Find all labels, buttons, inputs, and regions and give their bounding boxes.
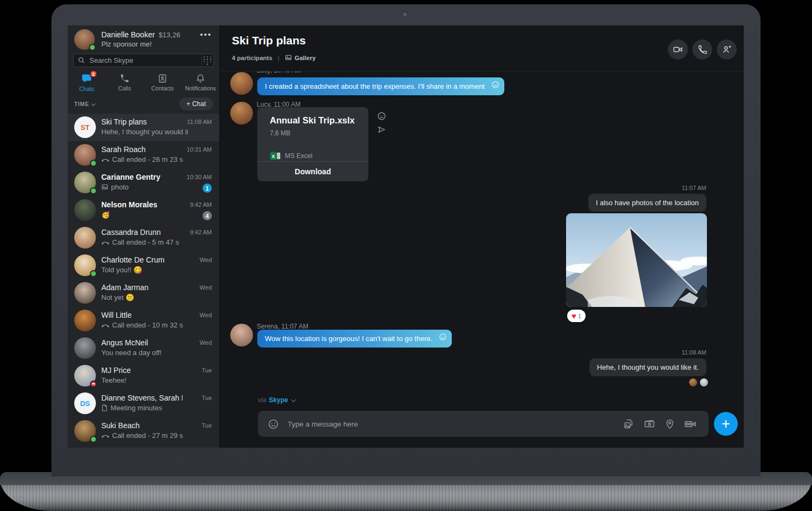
tab-notifications[interactable]: Notifications [181,71,219,94]
gallery-button[interactable]: Gallery [285,54,316,61]
tab-label: Chats [79,86,94,92]
message-input[interactable] [279,420,623,428]
message-composer [258,411,709,437]
presence-indicator-online [89,44,96,51]
chat-list-item[interactable]: Adam Jarman Wed Not yet 😕 [68,279,219,307]
message-bubble-incoming[interactable]: Wow this location is gorgeous! I can't w… [257,330,452,348]
forward-icon[interactable] [377,125,386,134]
call-icon [101,323,109,328]
react-smiley-icon[interactable] [377,112,386,121]
sort-label: TIME [74,101,89,107]
search-icon [78,57,85,64]
location-icon[interactable] [665,419,675,429]
via-network-row: via Skype [258,396,295,404]
chat-list-item[interactable]: Sarah Roach 10:31 AM Call ended - 26 m 2… [68,141,219,169]
conversation-subheader: 4 participants | Gallery [232,54,316,61]
search-bar[interactable] [73,54,214,67]
chat-time: Wed [200,284,212,291]
network-selector[interactable]: Skype [269,396,288,404]
presence-indicator [90,270,97,277]
chat-avatar [74,199,96,221]
chat-list-item[interactable]: Nelson Morales 9:42 AM 🥳 4 [68,196,219,224]
send-money-icon[interactable] [644,418,655,430]
chat-avatar: ST [74,116,96,138]
chat-list-item[interactable]: DS Dianne Stevens, Sarah Roach Tue Meeti… [68,390,219,417]
chat-preview: photo [101,183,129,191]
conversation-header: Ski Trip plans 4 participants | Gallery [220,25,744,71]
emoji-picker-icon[interactable] [268,418,279,430]
chat-list-item[interactable]: Will Little Wed Call ended - 10 m 32 s [68,307,219,335]
chat-avatar [74,420,96,442]
sender-avatar-serena[interactable] [230,324,253,346]
chat-avatar [74,254,96,276]
video-message-icon[interactable] [684,418,697,430]
chat-time: 10:31 AM [187,146,212,153]
dialpad-icon[interactable] [202,54,213,67]
chat-name: Nelson Morales [101,200,157,209]
chat-list-item[interactable]: Cassandra Drunn 9:42 AM Call ended - 5 m… [68,224,219,252]
header-actions [668,40,737,60]
add-participant-button[interactable] [717,40,737,60]
chat-list-item[interactable]: Charlotte De Crum Wed Told you!! 😋 [68,252,219,279]
sort-by-time-button[interactable]: TIME [74,101,94,107]
chat-time: 11:08 AM [187,119,212,125]
chat-preview: You need a day off! [101,349,161,357]
video-call-button[interactable] [668,40,688,60]
chat-name: Will Little [101,311,132,319]
chat-name: Cassandra Drunn [101,228,161,237]
file-app-label: MS Excel [285,152,313,160]
sender-avatar-lucy[interactable] [230,72,253,95]
tab-chats[interactable]: 2 Chats [68,71,106,94]
attach-file-icon[interactable] [623,418,634,430]
download-button[interactable]: Download [257,161,368,181]
timestamp: 11:07 AM [681,185,706,191]
more-options-icon[interactable]: ••• [200,30,212,39]
tab-label: Contacts [151,85,173,91]
webcam-dot [402,11,407,16]
chat-list-item[interactable]: MJ Price Tue Teehee! [68,362,219,390]
chat-time: Wed [200,339,212,346]
chat-preview: Call ended - 26 m 23 s [101,155,183,163]
user-avatar[interactable] [74,29,95,50]
call-icon [101,240,109,245]
conversation-title[interactable]: Ski Trip plans [232,34,306,47]
chat-preview-text: photo [111,183,129,191]
call-icon [101,157,109,162]
chat-list-item[interactable]: Angus McNeil Wed You need a day off! [68,335,219,362]
message-bubble-outgoing[interactable]: Hehe, I thought you would like it. [589,358,706,376]
chat-name: Dianne Stevens, Sarah Roach [101,394,183,402]
chat-list-item[interactable]: Carianne Gentry 10:30 AM photo 1 [68,169,219,196]
chevron-down-icon[interactable] [291,397,296,402]
chat-time: Tue [202,422,212,429]
new-chat-button[interactable]: + Chat [179,97,213,110]
chat-name: Charlotte De Crum [101,255,165,264]
chat-list-item[interactable]: ST Ski Trip plans 11:08 AM Hehe, I thoug… [68,114,219,141]
message-text: I created a spreadsheet about the trip e… [265,82,485,90]
react-smiley-icon[interactable] [491,81,499,89]
shared-photo-mountain[interactable] [566,213,707,307]
audio-call-button[interactable] [692,40,712,60]
user-name[interactable]: Danielle Booker$13,26 [101,30,180,39]
search-input[interactable] [85,56,202,64]
message-text: Wow this location is gorgeous! I can't w… [265,335,432,343]
new-action-plus-button[interactable]: + [714,412,738,436]
chat-preview-text: Meeting minutes [111,404,162,412]
chat-name: Adam Jarman [101,283,148,292]
message-bubble-incoming[interactable]: I created a spreadsheet about the trip e… [257,77,504,95]
tab-contacts[interactable]: Contacts [144,71,181,94]
chat-preview: Not yet 😕 [101,293,134,302]
chat-name: Suki Beach [101,421,140,430]
participants-count[interactable]: 4 participants [232,55,272,61]
chat-avatar [74,365,96,386]
chat-time: 9:42 AM [190,229,212,235]
message-bubble-outgoing[interactable]: I also have photos of the location [588,194,706,212]
react-smiley-icon[interactable] [439,333,447,341]
chat-list-item[interactable]: Suki Beach Tue Call ended - 27 m 29 s [68,417,219,445]
file-message-card[interactable]: Annual Ski Trip.xslx 7,6 MB X MS Excel D… [257,107,368,181]
sender-avatar-lucy[interactable] [230,102,253,125]
heart-reaction-pill[interactable]: ♥ 1 [567,310,586,322]
tab-calls[interactable]: Calls [106,71,144,94]
chat-avatar [74,144,96,166]
tab-label: Notifications [185,85,216,91]
presence-indicator [90,160,97,167]
